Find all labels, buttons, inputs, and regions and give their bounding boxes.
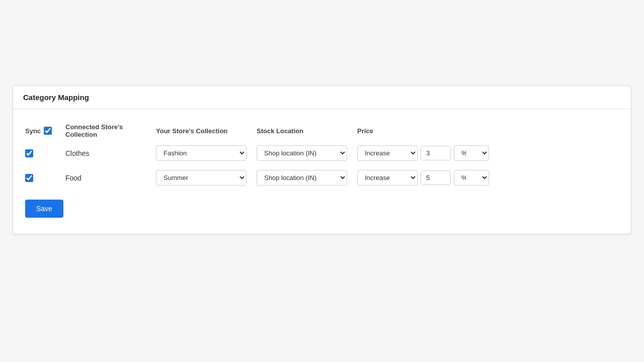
row-2-price-type-select[interactable]: Increase Decrease: [357, 170, 418, 186]
table-row: Food Fashion Summer Winter Shop location…: [25, 170, 619, 186]
col-price-header: Price: [357, 127, 373, 135]
col-store-collection-header: Your Store's Collection: [156, 127, 257, 135]
row-2-collection: Food: [65, 174, 156, 182]
row-2-price-value-input[interactable]: [421, 170, 451, 185]
row-1-price-value-input[interactable]: [421, 146, 451, 160]
row-2-collection-name: Food: [65, 174, 82, 182]
category-mapping-card: Category Mapping Sync Connected Store's …: [13, 85, 631, 234]
row-1-price-unit-select[interactable]: % Fixed: [454, 145, 489, 161]
save-button[interactable]: Save: [25, 200, 63, 218]
row-2-stock-location-select[interactable]: Shop location (IN) Warehouse (US): [257, 170, 347, 186]
card-title: Category Mapping: [23, 93, 89, 102]
row-2-price: Increase Decrease % Fixed: [357, 170, 489, 186]
row-2-stock-location: Shop location (IN) Warehouse (US): [257, 170, 357, 186]
row-1-stock-location: Shop location (IN) Warehouse (US): [257, 145, 357, 161]
sync-header-label: Sync: [25, 127, 41, 135]
card-body: Sync Connected Store's Collection Your S…: [13, 109, 631, 234]
col-sync-header: Sync: [25, 127, 65, 135]
row-2-store-collection-select[interactable]: Fashion Summer Winter: [156, 170, 247, 186]
table-row: Clothes Fashion Summer Winter Shop locat…: [25, 145, 619, 161]
col-stock-header: Stock Location: [257, 127, 357, 135]
row-1-price-type-select[interactable]: Increase Decrease: [357, 145, 418, 161]
row-1-store-collection: Fashion Summer Winter: [156, 145, 257, 161]
row-1-sync-checkbox[interactable]: [25, 149, 33, 157]
row-2-sync: [25, 174, 65, 182]
row-1-store-collection-select[interactable]: Fashion Summer Winter: [156, 145, 247, 161]
row-2-store-collection: Fashion Summer Winter: [156, 170, 257, 186]
row-1-collection: Clothes: [65, 149, 156, 157]
stock-location-label: Stock Location: [257, 127, 303, 135]
your-store-collection-label: Your Store's Collection: [156, 127, 227, 135]
row-1-stock-location-select[interactable]: Shop location (IN) Warehouse (US): [257, 145, 347, 161]
row-2-sync-checkbox[interactable]: [25, 174, 33, 182]
connected-store-collection-label: Connected Store's Collection: [65, 123, 123, 138]
table-header: Sync Connected Store's Collection Your S…: [25, 123, 619, 138]
row-2-price-unit-select[interactable]: % Fixed: [454, 170, 489, 186]
card-header: Category Mapping: [13, 86, 631, 109]
row-1-collection-name: Clothes: [65, 149, 89, 157]
col-collection-header: Connected Store's Collection: [65, 123, 156, 138]
price-label: Price: [357, 127, 373, 135]
row-1-price: Increase Decrease % Fixed: [357, 145, 489, 161]
row-1-sync: [25, 149, 65, 157]
sync-header-checkbox[interactable]: [44, 127, 52, 135]
page-wrapper: Category Mapping Sync Connected Store's …: [0, 0, 644, 362]
